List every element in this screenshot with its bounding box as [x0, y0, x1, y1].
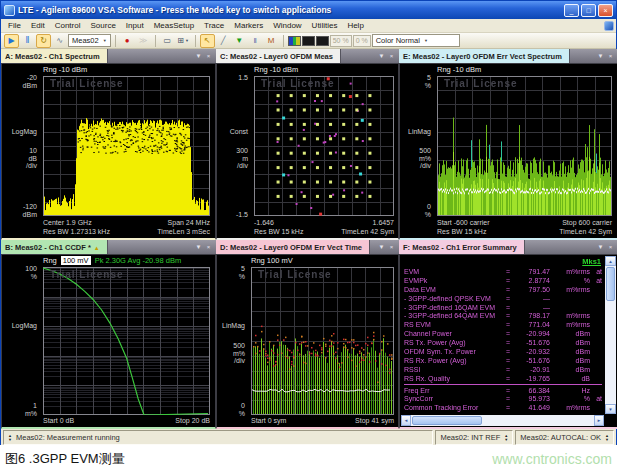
scroll-down-icon[interactable]: ▼ [605, 404, 616, 414]
toolbar: ▶Ⅱ↻∿Meas02▼●≫▭⊞▼↖╱▼‖M50 %0 %Color Normal… [1, 33, 616, 49]
horizontal-scroll-thumb[interactable] [412, 416, 482, 425]
panel-close-icon[interactable]: × [387, 244, 396, 250]
playback-button[interactable]: ≫ [136, 34, 151, 48]
play-button[interactable]: ▶ [4, 34, 19, 48]
panel-minimize-icon[interactable]: ▼ [194, 244, 203, 250]
panel-d-tab[interactable]: D: Meas02 - Layer0 OFDM Err Vect Time [216, 240, 370, 254]
vertical-scrollbar[interactable]: ▲ ▼ [605, 256, 616, 414]
scroll-left-icon[interactable]: ◄ [401, 415, 411, 426]
y-axis-div-label: 300 m /div [217, 147, 248, 170]
menu-bar: FileEditControlSourceInputMeasSetupTrace… [1, 19, 616, 33]
menu-item-source[interactable]: Source [85, 20, 120, 31]
menu-item-edit[interactable]: Edit [26, 20, 50, 31]
reference-status-text: Meas02: INT REF [440, 433, 500, 442]
panel-f-tab[interactable]: F: Meas02 - Ch1 Error Summary [399, 240, 525, 254]
constellation-plot[interactable] [254, 76, 394, 216]
vsa-application-window: LTE - Agilent 89600 VSA Software - Press… [0, 0, 617, 445]
status-bar: ▲▼ Meas02: Measurement running Meas02: I… [1, 429, 616, 446]
band-marker-button[interactable]: ‖ [248, 34, 263, 48]
error-vector-spectrum-plot-area: Trial License [437, 76, 612, 216]
range-readout: Rng 100 mV [251, 256, 293, 265]
restart-button[interactable]: ↻ [36, 34, 51, 48]
color-mode-select[interactable]: Color Normal▼ [372, 34, 460, 47]
spectrum-plot-area: Trial License [43, 76, 210, 216]
menu-item-help[interactable]: Help [342, 20, 368, 31]
record-button[interactable]: ● [120, 34, 135, 48]
single-layout-button[interactable]: ▭ [160, 34, 175, 48]
spectrum-plot[interactable] [43, 76, 210, 216]
panel-close-icon[interactable]: × [606, 53, 615, 59]
summary-row: RS Tx. Power (Avg)=-51.676dBm [404, 339, 602, 348]
minimize-button[interactable]: _ [564, 4, 579, 17]
x-axis-left-label: Start -600 carrier [437, 219, 490, 227]
scroll-up-icon[interactable]: ▲ [605, 256, 616, 266]
app-badge-icon[interactable] [604, 21, 614, 31]
summary-row: - 3GPP-defined QPSK EVM=— [404, 295, 602, 304]
close-button[interactable]: × [598, 4, 613, 17]
x-axis-right-label: 1.6457 [373, 219, 394, 227]
menu-item-utilities[interactable]: Utilities [307, 20, 343, 31]
menu-item-markers[interactable]: Markers [229, 20, 268, 31]
offset-marker-button[interactable]: M [264, 34, 279, 48]
contrast-field: 50 % [330, 35, 352, 47]
panel-b-tab[interactable]: B: Meas02 - Ch1 CCDF *▲ [1, 240, 108, 254]
panel-e-tab[interactable]: E: Meas02 - Layer0 OFDM Err Vect Spectru… [399, 49, 570, 63]
panel-minimize-icon[interactable]: ▼ [596, 244, 605, 250]
panel-close-icon[interactable]: × [606, 244, 615, 250]
panel-minimize-icon[interactable]: ▼ [377, 53, 386, 59]
vertical-scroll-thumb[interactable] [606, 267, 615, 301]
horizontal-scrollbar[interactable]: ◄ ► [401, 415, 604, 426]
figure-caption-text: 图6 .3GPP EVM测量 [5, 450, 125, 468]
panel-close-icon[interactable]: × [204, 53, 213, 59]
colormap-icon[interactable] [288, 36, 301, 46]
panel-minimize-icon[interactable]: ▼ [377, 244, 386, 250]
panel-b-body: Rng 100 mV Pk 2.30G Avg -20.98 dBm Trial… [1, 254, 216, 429]
y-axis-bottom-label: -1.5 [217, 211, 248, 219]
toolbar-sep [115, 35, 116, 47]
menu-item-trace[interactable]: Trace [199, 20, 229, 31]
y-axis-top-label: 5 % [217, 265, 245, 280]
menu-item-window[interactable]: Window [268, 20, 306, 31]
measurement-select[interactable]: Meas02▼ [68, 34, 111, 47]
scroll-right-icon[interactable]: ► [594, 415, 604, 426]
app-icon [4, 5, 15, 16]
constellation-plot-area: Trial License [254, 76, 394, 216]
error-vector-spectrum-plot[interactable] [437, 76, 612, 216]
x-axis-right-label: Span 24 MHz [168, 219, 210, 227]
y-axis-scale-label: LinMag [217, 322, 245, 330]
error-vector-time-plot[interactable] [251, 267, 394, 415]
select-pointer-button[interactable]: ↖ [200, 34, 215, 48]
menu-item-control[interactable]: Control [50, 20, 86, 31]
title-bar[interactable]: LTE - Agilent 89600 VSA Software - Press… [1, 1, 616, 19]
ccdf-plot[interactable] [43, 267, 210, 415]
menu-item-meassetup[interactable]: MeasSetup [149, 20, 199, 31]
pause-button[interactable]: Ⅱ [20, 34, 35, 48]
trace-color-icon[interactable] [302, 36, 315, 46]
panel-close-icon[interactable]: × [387, 53, 396, 59]
x-axis-right-label: Stop 600 carrier [562, 219, 612, 227]
peak-average-readout: Pk 2.30G Avg -20.98 dBm [95, 256, 182, 265]
line-marker-button[interactable]: ╱ [216, 34, 231, 48]
panel-minimize-icon[interactable]: ▼ [194, 53, 203, 59]
panel-a-tab[interactable]: A: Meas02 - Ch1 Spectrum [1, 49, 108, 63]
y-axis-bottom-label: 1 m% [2, 402, 37, 417]
panel-minimize-icon[interactable]: ▼ [596, 53, 605, 59]
maximize-button[interactable]: □ [581, 4, 596, 17]
spinner-icon[interactable]: ▲▼ [8, 434, 12, 441]
y-axis-scale-label: Const [217, 128, 248, 136]
menu-item-input[interactable]: Input [121, 20, 149, 31]
menu-item-file[interactable]: File [3, 20, 26, 31]
spinner-icon[interactable]: ▲▼ [605, 434, 609, 441]
panel-close-icon[interactable]: × [204, 244, 213, 250]
background-color-icon[interactable] [316, 36, 329, 46]
marker-readout[interactable]: Mks1 [582, 257, 601, 266]
summary-row: - 3GPP-defined 64QAM EVM=798.17m%rms [404, 312, 602, 321]
x-axis-right-label: Stop 41 sym [355, 417, 394, 425]
single-sweep-button[interactable]: ∿ [52, 34, 67, 48]
peak-marker-button[interactable]: ▼ [232, 34, 247, 48]
panel-c-tab[interactable]: C: Meas02 - Layer0 OFDM Meas [216, 49, 341, 63]
toolbar-sep [195, 35, 196, 47]
grid-layout-button[interactable]: ⊞▼ [176, 34, 191, 48]
y-axis-scale-label: LinMag [400, 128, 431, 136]
spinner-icon[interactable]: ▲▼ [504, 434, 508, 441]
